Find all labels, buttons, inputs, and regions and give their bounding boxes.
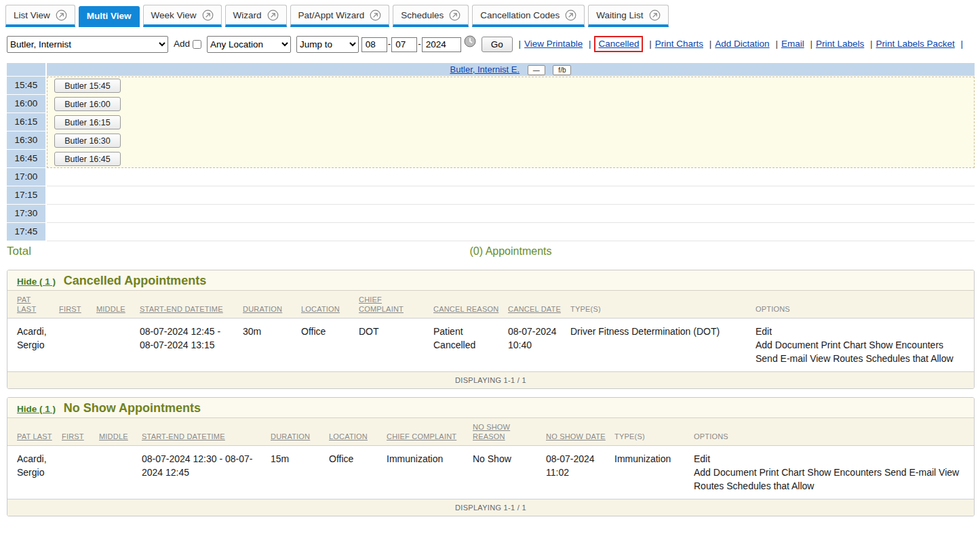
send-email-link[interactable]: Send E-mail bbox=[884, 467, 936, 478]
location-select[interactable]: Any Location bbox=[207, 36, 291, 53]
date-month-input[interactable] bbox=[361, 37, 387, 52]
schedules-that-allow-link[interactable]: Schedules that Allow bbox=[726, 480, 814, 491]
cell-first bbox=[60, 446, 98, 499]
print-chart-link[interactable]: Print Chart bbox=[760, 467, 805, 478]
sort-duration-link[interactable]: DURATION bbox=[243, 305, 282, 313]
print-labels-packet-link[interactable]: Print Labels Packet bbox=[876, 39, 955, 49]
edit-link[interactable]: Edit bbox=[756, 326, 772, 337]
date-separator: - bbox=[418, 39, 421, 49]
tab-label: Schedules bbox=[401, 10, 444, 20]
print-labels-link[interactable]: Print Labels bbox=[816, 39, 864, 49]
sort-start-end-link[interactable]: START-END DATETIME bbox=[142, 432, 225, 441]
date-year-input[interactable] bbox=[422, 37, 461, 52]
sort-chief-complaint-link[interactable]: CHIEF COMPLAINT bbox=[387, 432, 456, 441]
col-options: OPTIONS bbox=[754, 291, 974, 319]
sort-first-link[interactable]: FIRST bbox=[59, 305, 81, 313]
date-separator: - bbox=[388, 39, 391, 49]
add-document-link[interactable]: Add Document bbox=[756, 340, 819, 350]
provider-select[interactable]: Butler, Internist bbox=[7, 36, 168, 53]
open-new-window-icon[interactable] bbox=[565, 9, 576, 21]
sort-pat-last-link[interactable]: PAT LAST bbox=[17, 432, 52, 441]
total-row: Total (0) Appointments bbox=[7, 241, 975, 262]
cancelled-table-header-row: PAT LAST FIRST MIDDLE START-END DATETIME… bbox=[7, 291, 974, 319]
date-day-input[interactable] bbox=[391, 37, 417, 52]
slot-button[interactable]: Butler 16:00 bbox=[54, 97, 121, 111]
slot-button[interactable]: Butler 16:30 bbox=[54, 134, 121, 148]
fb-button[interactable]: f/b bbox=[553, 65, 571, 75]
sort-middle-link[interactable]: MIDDLE bbox=[99, 432, 128, 441]
add-checkbox[interactable] bbox=[193, 40, 201, 49]
open-new-window-icon[interactable] bbox=[370, 9, 381, 21]
open-new-window-icon[interactable] bbox=[649, 9, 661, 21]
go-button[interactable]: Go bbox=[482, 37, 513, 52]
cell-pat-last: Acardi, Sergio bbox=[7, 446, 60, 499]
add-dictation-link[interactable]: Add Dictation bbox=[715, 39, 769, 49]
tab-wizard[interactable]: Wizard bbox=[225, 5, 287, 27]
open-new-window-icon[interactable] bbox=[267, 9, 279, 21]
slot-button[interactable]: Butler 15:45 bbox=[54, 79, 121, 93]
open-new-window-icon[interactable] bbox=[449, 9, 460, 21]
cancelled-section-title: Cancelled Appointments bbox=[64, 274, 206, 287]
col-options: OPTIONS bbox=[692, 418, 974, 446]
schedules-that-allow-link[interactable]: Schedules that Allow bbox=[865, 353, 953, 364]
hide-cancelled-link[interactable]: Hide ( 1 ) bbox=[17, 276, 56, 287]
grid-row-divider bbox=[47, 204, 975, 205]
col-first: FIRST bbox=[58, 291, 95, 319]
sort-cancel-date-link[interactable]: CANCEL DATE bbox=[508, 305, 561, 313]
cell-types: Immunization bbox=[613, 446, 692, 499]
show-encounters-link[interactable]: Show Encounters bbox=[869, 340, 943, 350]
add-label: Add bbox=[174, 39, 190, 49]
displaying-count: DISPLAYING 1-1 / 1 bbox=[7, 371, 974, 388]
show-encounters-link[interactable]: Show Encounters bbox=[807, 467, 882, 478]
col-pat-last: PAT LAST bbox=[7, 291, 58, 319]
slot-button[interactable]: Butler 16:15 bbox=[54, 115, 121, 129]
slot-button[interactable]: Butler 16:45 bbox=[54, 152, 121, 166]
collapse-column-button[interactable]: — bbox=[528, 65, 545, 75]
tab-label: Cancellation Codes bbox=[480, 10, 560, 20]
col-start-end: START-END DATETIME bbox=[140, 418, 269, 446]
available-slot-region[interactable]: Butler 15:45 Butler 16:00 Butler 16:15 B… bbox=[47, 77, 975, 168]
time-label: 17:30 bbox=[7, 205, 45, 222]
sort-no-show-reason-link[interactable]: NO SHOW REASON bbox=[473, 423, 510, 441]
print-chart-link[interactable]: Print Chart bbox=[821, 340, 867, 350]
sort-middle-link[interactable]: MIDDLE bbox=[96, 305, 125, 313]
sort-pat-last-link[interactable]: PAT LAST bbox=[17, 295, 36, 313]
sort-chief-complaint-link[interactable]: CHIEF COMPLAINT bbox=[359, 295, 404, 313]
sort-location-link[interactable]: LOCATION bbox=[301, 305, 340, 313]
cell-start-end: 08-07-2024 12:30 - 08-07-2024 12:45 bbox=[140, 446, 269, 499]
view-printable-link[interactable]: View Printable bbox=[524, 39, 583, 49]
tab-multi-view[interactable]: Multi View bbox=[79, 6, 140, 27]
cell-middle bbox=[98, 446, 140, 499]
cancelled-link[interactable]: Cancelled bbox=[598, 39, 639, 49]
sort-duration-link[interactable]: DURATION bbox=[271, 432, 310, 441]
col-middle: MIDDLE bbox=[98, 418, 140, 446]
tab-week-view[interactable]: Week View bbox=[143, 5, 222, 27]
clock-icon[interactable] bbox=[464, 35, 476, 54]
edit-link[interactable]: Edit bbox=[694, 453, 710, 464]
jump-to-select[interactable]: Jump to bbox=[296, 36, 359, 53]
sort-cancel-reason-link[interactable]: CANCEL REASON bbox=[433, 305, 498, 313]
cell-options: Edit Add Document Print Chart Show Encou… bbox=[754, 319, 974, 372]
sort-location-link[interactable]: LOCATION bbox=[329, 432, 368, 441]
time-label: 16:15 bbox=[7, 113, 45, 131]
open-new-window-icon[interactable] bbox=[202, 9, 214, 21]
tab-list-view[interactable]: List View bbox=[5, 5, 75, 27]
sort-no-show-date-link[interactable]: NO SHOW DATE bbox=[546, 432, 606, 441]
cancelled-appointment-row: Acardi, Sergio 08-07-2024 12:45 - 08-07-… bbox=[7, 319, 974, 372]
email-link[interactable]: Email bbox=[781, 39, 804, 49]
provider-column-header: Butler, Internist E. — f/b bbox=[47, 63, 975, 76]
send-email-link[interactable]: Send E-mail bbox=[756, 353, 807, 364]
tab-waiting-list[interactable]: Waiting List bbox=[588, 5, 668, 27]
print-charts-link[interactable]: Print Charts bbox=[655, 39, 703, 49]
separator: | bbox=[775, 39, 778, 49]
provider-header-link[interactable]: Butler, Internist E. bbox=[450, 64, 520, 75]
hide-no-show-link[interactable]: Hide ( 1 ) bbox=[17, 404, 56, 414]
tab-cancellation-codes[interactable]: Cancellation Codes bbox=[472, 5, 585, 27]
tab-schedules[interactable]: Schedules bbox=[393, 5, 469, 27]
add-document-link[interactable]: Add Document bbox=[694, 467, 757, 478]
sort-start-end-link[interactable]: START-END DATETIME bbox=[140, 305, 223, 313]
sort-first-link[interactable]: FIRST bbox=[62, 432, 84, 441]
open-new-window-icon[interactable] bbox=[56, 9, 67, 21]
tab-pat-appt-wizard[interactable]: Pat/Appt Wizard bbox=[290, 5, 390, 27]
view-routes-link[interactable]: View Routes bbox=[810, 353, 863, 364]
